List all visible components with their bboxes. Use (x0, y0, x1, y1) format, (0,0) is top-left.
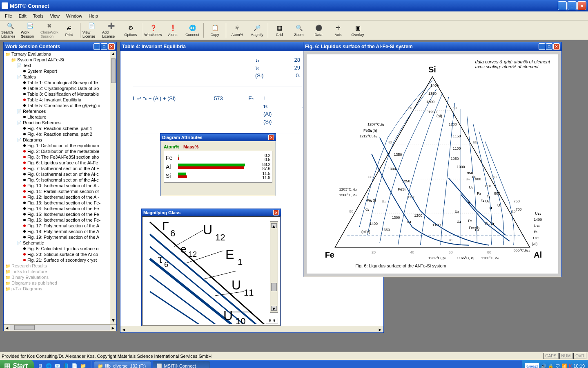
tray-icon[interactable]: 🛡 (555, 364, 560, 368)
menu-tools[interactable]: Tools (30, 13, 47, 19)
google-box[interactable]: Googl (525, 363, 539, 368)
tree-hscrollbar[interactable]: ◄ ► (4, 324, 116, 331)
tree-node[interactable]: Fig. 8: Isothermal section of the Al-c (4, 171, 116, 177)
tree-view[interactable]: Ternary EvaluationsSystem Report Al-Fe-S… (4, 51, 116, 324)
magnifying-glass-window[interactable]: Magnifying Glass ✕ Γ6 τ6 U12 e12 (141, 209, 281, 326)
tray-icon[interactable]: 🔊 (541, 364, 546, 368)
tree-node[interactable]: Fig. 11: Partial isothermal section of (4, 188, 116, 194)
tool-work-session[interactable]: 📑Work Session (20, 22, 39, 39)
ql-icon[interactable]: 🌐 (45, 362, 52, 368)
tool-view-license[interactable]: 📄View License (82, 22, 101, 39)
start-button[interactable]: Start (0, 360, 34, 368)
tray-icon[interactable]: K (569, 364, 572, 368)
menu-file[interactable]: File (2, 13, 16, 19)
tree-node[interactable]: Table 1: Chronological Survey of Te (4, 80, 116, 85)
tree-node[interactable]: Fig. 1: Distribution of the equilibrium (4, 143, 116, 148)
tree-node[interactable]: Table 5: Coordinates of the g/(a+g) a (4, 103, 116, 108)
minimize-button[interactable]: _ (558, 1, 567, 10)
diagattr-close-button[interactable]: ✕ (268, 135, 274, 140)
tree-node[interactable]: System Report (4, 68, 116, 74)
tool-data[interactable]: ⚫Data (309, 22, 328, 39)
tree-node[interactable]: Fig. 16: Isothermal section of the Fe- (4, 217, 116, 223)
close-button[interactable]: ✕ (577, 1, 586, 10)
tree-node[interactable]: Fig. 5: Calculated liquidus surface o (4, 246, 116, 251)
tree-node[interactable]: Fig. 18: Polythermal section of the A (4, 229, 116, 234)
tool-print[interactable]: 🖨Print (60, 22, 78, 39)
tree-node[interactable]: Text (4, 63, 116, 68)
tree-node[interactable]: References (4, 108, 116, 114)
tree-node[interactable]: Fig. 13: Isothermal section of the Fe- (4, 200, 116, 206)
tool-what-snew[interactable]: ❓What'snew (144, 22, 163, 39)
tree-node[interactable]: Ternary Evaluations (4, 51, 116, 57)
ws-close-button[interactable]: ✕ (108, 43, 115, 50)
tree-node[interactable]: Fig. 19: Polythermal section of the A (4, 234, 116, 240)
tree-node[interactable]: Fig. 2: Distribution of the metastable (4, 148, 116, 154)
tree-node[interactable]: Table 3: Classification of Metastable (4, 91, 116, 97)
tree-node[interactable]: Binary Evaluations (4, 274, 116, 280)
tree-node[interactable]: Fig. 15: Isothermal section of the Fe (4, 211, 116, 217)
ws-min-button[interactable]: _ (94, 43, 100, 50)
work-session-titlebar[interactable]: Work Session Contents _ □ ✕ (4, 42, 116, 51)
menu-window[interactable]: Window (63, 13, 85, 19)
tool-axis[interactable]: ✛Axis (329, 22, 347, 39)
tree-node[interactable]: Table 2: Crystallographic Data of So (4, 85, 116, 91)
tree-node[interactable]: Fig. 9: Isothermal section of the Al-c (4, 177, 116, 183)
ql-icon[interactable]: 📁 (79, 362, 87, 368)
tree-node[interactable]: Literature (4, 114, 116, 120)
maximize-button[interactable]: □ (568, 1, 577, 10)
ql-icon[interactable]: 📄 (71, 362, 78, 368)
ql-icon[interactable]: 📘 (62, 362, 69, 368)
tree-vscrollbar[interactable]: ▲▼ (110, 51, 116, 324)
taskbar-task[interactable]: ⬜ MSIT® Connect (153, 361, 210, 368)
tool-alerts[interactable]: ❗Alerts (163, 22, 182, 39)
tool-add-license[interactable]: ➕Add License (102, 22, 120, 39)
tool-zoom[interactable]: 🔍Zoom (290, 22, 308, 39)
menu-edit[interactable]: Edit (16, 13, 30, 19)
tree-node[interactable]: Fig. 20: Solidus surface of the Al-co (4, 251, 116, 257)
diagram-attributes-window[interactable]: Diagram Attributes ✕ Atom%Mass% Fe0.20.5… (160, 133, 276, 196)
magglass-titlebar[interactable]: Magnifying Glass ✕ (142, 209, 281, 216)
tree-node[interactable]: p-T-x Diagrams (4, 286, 116, 292)
tree-node[interactable]: Fig. 10: Isothermal section of the Al- (4, 183, 116, 188)
diagattr-titlebar[interactable]: Diagram Attributes ✕ (160, 134, 276, 141)
tree-node[interactable]: Table 4: Invariant Equilibria (4, 97, 116, 103)
magglass-close-button[interactable]: ✕ (273, 210, 279, 215)
fig-close-button[interactable]: ✕ (553, 43, 560, 50)
tree-node[interactable]: Research Results (4, 263, 116, 269)
tree-node[interactable]: Diagrams (4, 137, 116, 143)
tree-node[interactable]: Diagrams as published (4, 280, 116, 286)
tree-node[interactable]: Fig. 14: Isothermal section of the Fe (4, 206, 116, 211)
plot-area[interactable]: data curves & grid: atom% of element axe… (307, 54, 558, 274)
fig-min-button[interactable]: _ (539, 43, 545, 50)
tree-node[interactable]: Reaction Schemes (4, 120, 116, 126)
tree-node[interactable]: Fig. 3: The Fe3Al-Fe3Si section sho (4, 154, 116, 160)
menu-view[interactable]: View (47, 13, 63, 19)
tree-node[interactable]: Tables (4, 74, 116, 80)
ws-max-button[interactable]: □ (101, 43, 107, 50)
tool-atom-[interactable]: ⚛Atom% (228, 22, 247, 39)
tool-options[interactable]: ⚙Options (121, 22, 140, 39)
tree-node[interactable]: Schematic (4, 240, 116, 246)
tree-node[interactable]: Links to Literature (4, 269, 116, 274)
figure-titlebar[interactable]: Fig. 6: Liquidus surface of the Al-Fe-Si… (303, 42, 561, 51)
tree-node[interactable]: Fig. 6: Liquidus surface of the Al-Fe (4, 160, 116, 166)
tree-node[interactable]: System Report Al-Fe-Si (4, 57, 116, 63)
tool-grid[interactable]: ▦Grid (270, 22, 289, 39)
tool-magnify[interactable]: 🔎Magnify (247, 22, 266, 39)
zoom-slider[interactable]: ▲ ▼ (270, 221, 278, 313)
tool-connect[interactable]: 🌐Connect (183, 22, 202, 39)
taskbar-task[interactable]: 📁 ilib_diverse_102 (F:) (94, 361, 151, 368)
tree-node[interactable]: Fig. 17: Polythermal section of the A (4, 223, 116, 229)
fig-max-button[interactable]: □ (546, 43, 552, 50)
tray-icon[interactable]: 🔒 (548, 364, 554, 368)
tool-search-libraries[interactable]: 🔍Search Libraries (1, 22, 20, 39)
table-hscrollbar[interactable]: ◄► (120, 326, 383, 332)
clock[interactable]: 10:19 (573, 364, 585, 368)
tool-overlay[interactable]: ▣Overlay (348, 22, 367, 39)
tree-node[interactable]: Fig. 7: Isothermal section of the Al-F (4, 166, 116, 171)
ql-icon[interactable]: 🖥 (36, 362, 44, 368)
tree-node[interactable]: Fig. 12: Isothermal section of the Al- (4, 194, 116, 200)
menu-help[interactable]: Help (85, 13, 101, 19)
tree-node[interactable]: Fig. 4a: Reaction scheme, part 1 (4, 126, 116, 131)
ql-icon[interactable]: 📧 (53, 362, 61, 368)
